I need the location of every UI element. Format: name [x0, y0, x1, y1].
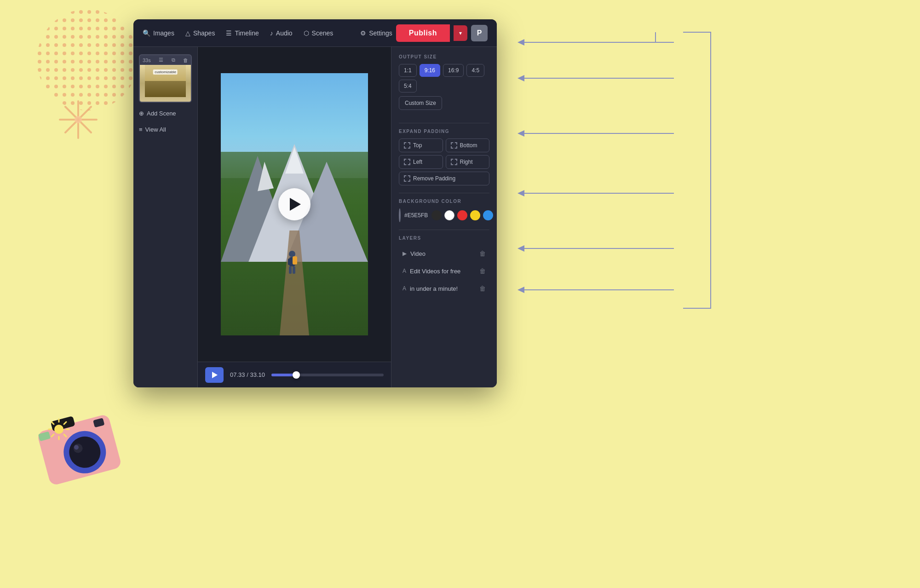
- svg-point-11: [66, 433, 104, 471]
- layer-item-edit-videos[interactable]: A Edit Videos for free 🗑: [399, 263, 489, 279]
- size-btn-16-9[interactable]: 16:9: [443, 64, 464, 77]
- size-btn-4-5[interactable]: 4:5: [466, 64, 484, 77]
- svg-rect-44: [288, 259, 291, 265]
- scene-delete-icon: 🗑: [183, 58, 188, 63]
- layer-under-delete-icon[interactable]: 🗑: [479, 285, 486, 292]
- nav-item-scenes[interactable]: ⬡ Scenes: [304, 29, 334, 37]
- shapes-icon: △: [185, 29, 190, 37]
- path-svg: [280, 231, 309, 335]
- size-buttons: 1:1 9:16 16:9 4:5 5:4: [399, 64, 489, 92]
- nav-label-shapes: Shapes: [193, 29, 215, 37]
- size-btn-9-16[interactable]: 9:16: [420, 64, 440, 77]
- view-all-button[interactable]: ≡ View All: [139, 124, 192, 135]
- nav-label-images: Images: [153, 29, 174, 37]
- hiker-figure: [286, 250, 299, 278]
- svg-marker-33: [518, 245, 524, 252]
- playback-play-button[interactable]: [205, 367, 224, 383]
- camera-decoration: [18, 386, 138, 505]
- main-color-swatch[interactable]: [399, 208, 401, 222]
- color-dot-white[interactable]: [444, 210, 454, 220]
- video-play-icon: ▶: [402, 250, 407, 257]
- nav-item-audio[interactable]: ♪ Audio: [270, 29, 293, 37]
- padding-left-button[interactable]: Left: [399, 155, 443, 169]
- settings-gear-icon: ⚙: [360, 29, 366, 37]
- color-hex-value: #E5E5FB: [404, 212, 428, 219]
- play-button[interactable]: [278, 188, 310, 220]
- scenes-icon: ⬡: [304, 29, 309, 37]
- top-bar: 🔍 Images △ Shapes ☰ Timeline ♪ Audio ⬡ S…: [133, 19, 497, 47]
- publish-button[interactable]: Publish: [396, 24, 450, 42]
- progress-track[interactable]: [271, 374, 384, 376]
- padding-right-button[interactable]: Right: [446, 155, 490, 169]
- layers-label: LAYERS: [399, 236, 489, 241]
- color-swatches: [431, 210, 493, 220]
- nav-label-scenes: Scenes: [312, 29, 334, 37]
- scene-thumb-image: customizable: [140, 65, 191, 102]
- scene-thumb-controls: 33s ☰ ⧉ 🗑: [140, 55, 191, 65]
- svg-rect-48: [293, 256, 297, 265]
- divider-1: [399, 123, 489, 123]
- padding-top-icon: [404, 142, 410, 149]
- user-avatar[interactable]: P: [471, 25, 488, 41]
- arrow-annotation-4: [499, 179, 683, 207]
- svg-rect-14: [93, 418, 104, 427]
- scene-thumbnail[interactable]: 33s ☰ ⧉ 🗑 customizable: [139, 54, 192, 103]
- svg-line-4: [65, 107, 91, 133]
- add-scene-label: Add Scene: [147, 110, 176, 117]
- remove-padding-button[interactable]: Remove Padding: [399, 172, 489, 185]
- layer-video-delete-icon[interactable]: 🗑: [479, 250, 486, 257]
- color-dot-yellow[interactable]: [470, 210, 480, 220]
- layer-item-video[interactable]: ▶ Video 🗑: [399, 245, 489, 262]
- padding-left-icon: [404, 159, 410, 165]
- arrow-annotation-5: [499, 235, 683, 262]
- background-color-section: BACKGROUND COLOR #E5E5FB: [399, 199, 489, 222]
- layer-edit-delete-icon[interactable]: 🗑: [479, 267, 486, 275]
- expand-padding-section: EXPAND PADDING Top Bottom Left: [399, 129, 489, 185]
- custom-size-button[interactable]: Custom Size: [399, 96, 442, 110]
- add-scene-button[interactable]: ⊕ Add Scene: [139, 108, 192, 119]
- layer-item-under-minute[interactable]: A in under a minute! 🗑: [399, 280, 489, 297]
- padding-top-button[interactable]: Top: [399, 138, 443, 152]
- right-bracket: [674, 28, 729, 313]
- play-small-icon: [212, 372, 218, 378]
- time-display: 07.33 / 33.10: [230, 371, 265, 378]
- svg-marker-31: [518, 190, 524, 196]
- padding-top-label: Top: [413, 142, 422, 149]
- text-layer-icon-1: A: [402, 268, 406, 274]
- publish-dropdown-button[interactable]: ▾: [454, 25, 467, 41]
- top-right-controls: ⚙ Settings Publish ▾ P: [360, 24, 488, 42]
- padding-grid: Top Bottom Left Right: [399, 138, 489, 169]
- divider-2: [399, 193, 489, 193]
- images-icon: 🔍: [143, 29, 150, 37]
- layer-under-minute-label: in under a minute!: [410, 285, 458, 292]
- color-dot-dark[interactable]: [431, 210, 442, 220]
- svg-line-23: [52, 422, 54, 424]
- svg-line-21: [52, 434, 54, 437]
- remove-padding-icon: [404, 175, 410, 182]
- arrow-annotation-1: [499, 29, 683, 56]
- svg-rect-46: [289, 266, 292, 274]
- size-btn-5-4[interactable]: 5:4: [399, 80, 417, 92]
- svg-marker-41: [280, 231, 309, 335]
- nav-item-shapes[interactable]: △ Shapes: [185, 29, 215, 37]
- layer-video-label: Video: [410, 250, 426, 257]
- svg-point-10: [59, 426, 111, 478]
- color-dot-red[interactable]: [457, 210, 467, 220]
- nav-item-timeline[interactable]: ☰ Timeline: [226, 29, 259, 37]
- total-time: 33.10: [250, 371, 265, 378]
- svg-point-42: [289, 251, 295, 257]
- output-size-label: OUTPUT SIZE: [399, 54, 489, 59]
- color-dot-blue[interactable]: [483, 210, 493, 220]
- divider-3: [399, 230, 489, 230]
- size-btn-1-1[interactable]: 1:1: [399, 64, 417, 77]
- svg-marker-39: [285, 147, 304, 173]
- arrow-annotation-2: [499, 64, 683, 120]
- svg-rect-47: [293, 266, 295, 274]
- nav-item-images[interactable]: 🔍 Images: [143, 29, 174, 37]
- svg-rect-7: [37, 414, 122, 486]
- padding-bottom-button[interactable]: Bottom: [446, 138, 490, 152]
- layer-video-left: ▶ Video: [402, 250, 426, 257]
- view-all-icon: ≡: [139, 126, 143, 133]
- settings-nav[interactable]: ⚙ Settings: [360, 29, 392, 37]
- left-panel: 33s ☰ ⧉ 🗑 customizable: [133, 47, 198, 387]
